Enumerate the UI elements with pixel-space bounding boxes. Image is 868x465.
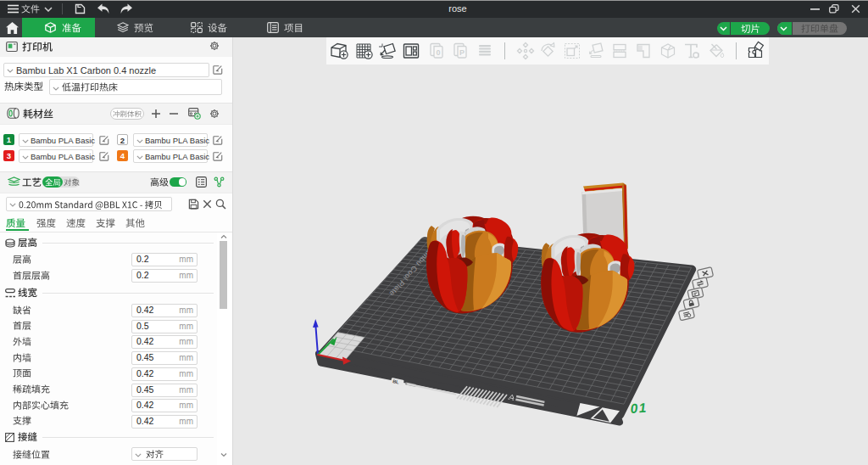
svg-text:0: 0 bbox=[436, 48, 440, 57]
svg-text:P: P bbox=[459, 48, 464, 57]
svg-text:01: 01 bbox=[630, 401, 648, 416]
